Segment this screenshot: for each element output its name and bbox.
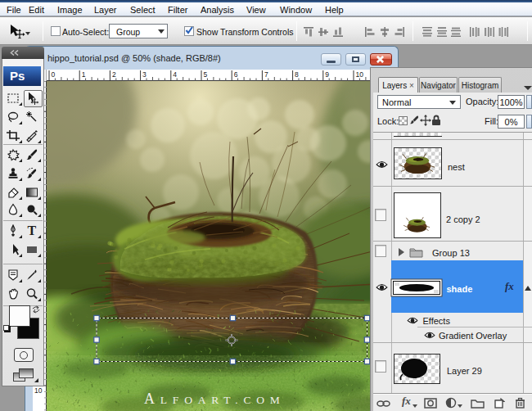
svg-text:2: 2 [112, 70, 116, 79]
svg-text:8: 8 [295, 70, 299, 79]
svg-text:7: 7 [264, 70, 268, 79]
svg-text:10: 10 [356, 70, 364, 79]
svg-text:T: T [28, 224, 37, 237]
svg-text:0: 0 [52, 70, 56, 79]
svg-text:1: 1 [82, 70, 86, 79]
svg-text:6: 6 [234, 70, 238, 79]
svg-text:5: 5 [204, 70, 208, 79]
svg-text:9: 9 [325, 70, 329, 79]
svg-text:4: 4 [173, 70, 177, 79]
svg-text:3: 3 [142, 70, 147, 79]
svg-text:10: 10 [34, 386, 43, 395]
